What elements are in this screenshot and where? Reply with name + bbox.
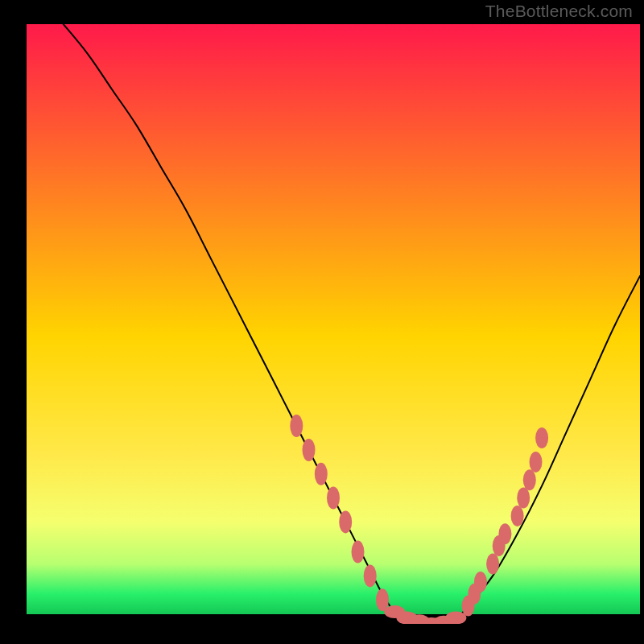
plot-background — [27, 24, 640, 624]
curve-marker — [523, 469, 536, 490]
curve-marker — [486, 554, 499, 575]
plot-bottom-strip — [27, 614, 640, 624]
bottleneck-chart — [0, 0, 644, 644]
curve-marker — [511, 506, 524, 526]
watermark-text: TheBottleneck.com — [485, 2, 633, 21]
curve-marker — [474, 572, 487, 592]
curve-marker — [535, 427, 548, 448]
curve-marker — [352, 541, 365, 564]
curve-marker — [517, 488, 530, 509]
curve-marker — [445, 612, 466, 625]
curve-marker — [530, 452, 543, 473]
curve-marker — [364, 564, 377, 587]
chart-stage: TheBottleneck.com — [0, 0, 644, 644]
curve-marker — [339, 510, 352, 533]
curve-marker — [327, 487, 340, 510]
curve-marker — [303, 439, 316, 461]
curve-marker — [315, 463, 328, 485]
curve-marker — [498, 523, 511, 544]
curve-marker — [290, 415, 303, 437]
